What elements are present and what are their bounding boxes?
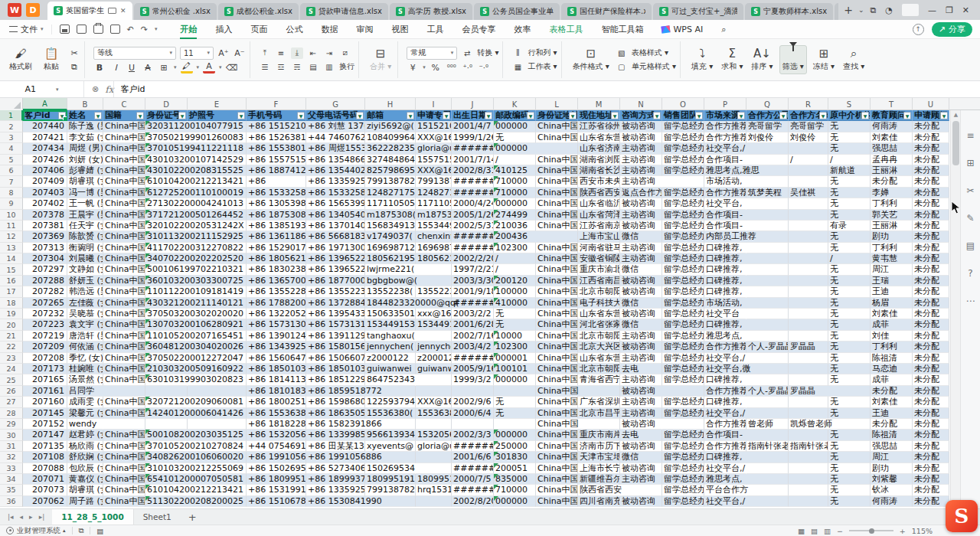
cell[interactable]: China中国 (103, 319, 145, 330)
comma-style-icon[interactable]: ⁰⁰⁰ (446, 62, 458, 74)
borders-button[interactable]: ⊞ (158, 62, 170, 74)
cell[interactable]: jennychen( (416, 342, 452, 352)
cell[interactable]: 留学总经办 (662, 463, 704, 474)
cell[interactable]: 2000/4/24 (452, 198, 494, 209)
cell[interactable]: 2003/4/2 (452, 342, 494, 352)
worksheet-button[interactable]: 工作表 ▾ (528, 61, 557, 72)
cell[interactable]: 310113200211152925 (145, 231, 188, 242)
cell[interactable]: China中国 (103, 485, 145, 495)
cell[interactable] (620, 485, 662, 495)
cell[interactable]: +86 1877000215 (306, 276, 365, 286)
cell[interactable]: 2002/5/31 (452, 221, 494, 231)
cell[interactable]: 有录 (828, 221, 871, 231)
cell[interactable]: 未分配 (913, 452, 949, 462)
cell[interactable]: 包欣辰 (女 (67, 463, 103, 474)
cell[interactable]: guiwanwei (365, 364, 416, 374)
page-layout-icon[interactable]: ▤ (811, 527, 818, 535)
cell[interactable]: 主动咨询 (620, 353, 662, 364)
row-number[interactable]: 12 (0, 231, 23, 242)
cell[interactable]: +86 1506607386 (306, 353, 365, 364)
row-number[interactable]: 21 (0, 331, 23, 342)
cell[interactable]: 180562195 (416, 253, 452, 264)
cell[interactable]: 2002/8/20 (452, 496, 494, 507)
cell[interactable] (746, 353, 789, 364)
cell-style-button[interactable]: 单元格样式 ▾ (632, 61, 676, 72)
filter-dropdown-icon[interactable]: ▼ (611, 112, 619, 119)
cell[interactable]: 指南针张老师 (746, 441, 789, 452)
cell[interactable]: 陕西省西安 (578, 188, 620, 198)
cell[interactable]: China中国 (536, 496, 578, 507)
cell[interactable]: 362228235 (365, 143, 416, 154)
cell[interactable]: 110105200207165451 (145, 331, 188, 342)
cell[interactable]: 511302200208200025 (145, 496, 188, 507)
cell[interactable]: 刘俊伶 (746, 132, 789, 143)
cell[interactable]: 刘素佳 (871, 397, 913, 407)
cell[interactable] (416, 374, 452, 385)
cell[interactable]: 社交平台,/ (704, 408, 746, 419)
cell[interactable]: 无 (828, 374, 871, 385)
cell[interactable]: 411702200312270822 (145, 243, 188, 253)
cell[interactable] (662, 176, 704, 187)
cell[interactable]: China中国 (103, 243, 145, 253)
cell[interactable]: 重庆市南岸 (578, 430, 620, 440)
cell[interactable] (578, 419, 620, 430)
cell[interactable]: 327484864 (365, 155, 416, 165)
cell[interactable]: 合作方推荐 (704, 441, 746, 452)
cell[interactable]: China中国 (536, 155, 578, 165)
orientation-icon[interactable]: ⧄ (339, 47, 351, 59)
cell[interactable]: +86 15606475 (247, 353, 306, 364)
cell[interactable]: ######## (452, 143, 494, 154)
cell[interactable]: China中国 (103, 253, 145, 264)
cell[interactable]: 留学总经办 (662, 264, 704, 275)
cell[interactable]: 未分配 (913, 496, 949, 507)
cell[interactable]: 被动咨询 (620, 276, 662, 286)
cell[interactable]: +86 18099519 (247, 474, 306, 485)
underline-button[interactable]: U (126, 62, 138, 74)
cell[interactable]: 169698712 (416, 243, 452, 253)
cell[interactable]: 无 (828, 188, 871, 198)
paste-button[interactable]: 📋 粘贴 (38, 46, 64, 74)
cell[interactable] (789, 231, 828, 242)
cell[interactable]: / (828, 253, 871, 264)
cell[interactable]: 340702200202202520 (145, 253, 188, 264)
cell[interactable]: 无 (828, 430, 871, 440)
cell[interactable]: 未分配 (913, 143, 949, 154)
cell[interactable]: +86 15290175 (247, 243, 306, 253)
cell[interactable]: 留学总经办 (662, 408, 704, 419)
cell[interactable]: 未分配 (913, 331, 949, 342)
cell[interactable]: +86 15536380 (247, 408, 306, 419)
cell[interactable]: 207209 (23, 342, 67, 352)
cell[interactable]: +86 18302388 (247, 264, 306, 275)
cell[interactable]: +86 周煜155380 (306, 143, 365, 154)
row-number[interactable]: 5 (0, 155, 23, 165)
cell[interactable]: 北京市朝阳 (578, 331, 620, 342)
cell[interactable]: 原中介机构▼ (828, 110, 871, 121)
cell[interactable] (662, 386, 704, 397)
filter-dropdown-icon[interactable]: ▼ (485, 112, 492, 119)
row-number[interactable]: 25 (0, 374, 23, 385)
cell[interactable]: 刘妍 (女) (67, 155, 103, 165)
cell[interactable] (789, 176, 828, 187)
cell[interactable]: 留学总经办 (662, 210, 704, 221)
cell[interactable]: 无 (828, 474, 871, 485)
menu-tab-插入[interactable]: 插入 (206, 20, 241, 39)
find-button[interactable]: ⌕ 查找 ▾ (841, 46, 867, 74)
cell[interactable]: 去电 (620, 430, 662, 440)
cell[interactable]: 207406 (23, 165, 67, 176)
scrollbar-thumb[interactable] (952, 121, 959, 165)
cell[interactable]: 胡睿琪 (女 (67, 176, 103, 187)
cell[interactable]: 彭睿婧 (女 (67, 165, 103, 176)
cell[interactable]: 207440 (23, 121, 67, 132)
search-icon[interactable]: ⌕ (712, 20, 735, 39)
cell[interactable]: 32010220020531242X (145, 221, 188, 231)
filter-button[interactable]: 筛选 ▾ (779, 45, 807, 74)
row-number[interactable]: 19 (0, 309, 23, 319)
cell[interactable] (789, 397, 828, 407)
cell[interactable]: 320721200209060081 (145, 397, 188, 407)
cell[interactable]: China中国 (103, 353, 145, 364)
cell[interactable]: 无 (828, 276, 871, 286)
cell[interactable]: 207135 (23, 441, 67, 452)
page-break-icon[interactable]: ▥ (824, 527, 831, 535)
cell[interactable]: 被动咨询 (620, 463, 662, 474)
cell[interactable]: gloria@uk( (416, 441, 452, 452)
